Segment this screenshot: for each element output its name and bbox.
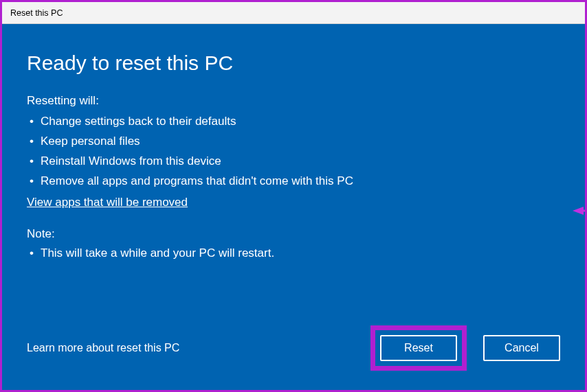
list-item: Keep personal files xyxy=(30,132,560,152)
window-titlebar: Reset this PC xyxy=(2,2,585,24)
learn-more-link[interactable]: Learn more about reset this PC xyxy=(27,342,179,354)
dialog-footer: Learn more about reset this PC Reset Can… xyxy=(27,325,560,371)
note-label: Note: xyxy=(27,227,560,241)
view-apps-link[interactable]: View apps that will be removed xyxy=(27,196,188,209)
reset-button[interactable]: Reset xyxy=(380,335,457,361)
resetting-list: Change settings back to their defaults K… xyxy=(30,112,560,192)
list-item: Reinstall Windows from this device xyxy=(30,152,560,172)
dialog-content: Ready to reset this PC Resetting will: C… xyxy=(2,24,585,390)
resetting-label: Resetting will: xyxy=(27,94,560,108)
annotation-highlight-box: Reset xyxy=(370,325,467,371)
list-item: This will take a while and your PC will … xyxy=(30,244,560,264)
window-title: Reset this PC xyxy=(10,8,63,18)
view-apps-row: View apps that will be removed xyxy=(27,194,560,227)
page-heading: Ready to reset this PC xyxy=(27,51,560,75)
list-item: Remove all apps and programs that didn't… xyxy=(30,172,560,192)
cancel-button[interactable]: Cancel xyxy=(483,335,560,361)
svg-marker-1 xyxy=(573,207,584,215)
note-list: This will take a while and your PC will … xyxy=(30,244,560,264)
list-item: Change settings back to their defaults xyxy=(30,112,560,132)
button-group: Reset Cancel xyxy=(370,325,560,371)
annotation-arrow-icon xyxy=(573,205,587,217)
